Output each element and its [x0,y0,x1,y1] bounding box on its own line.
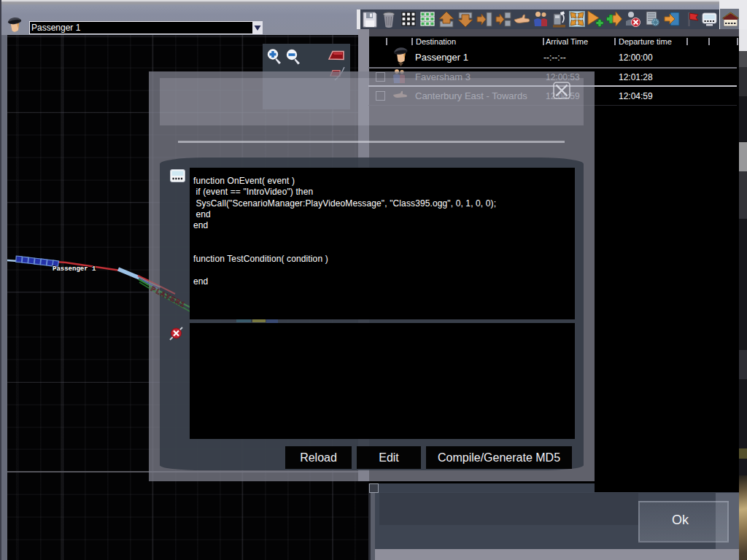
svg-text:PLAYER1: PLAYER1 [150,285,187,310]
svg-text:Passenger 1: Passenger 1 [53,265,96,273]
